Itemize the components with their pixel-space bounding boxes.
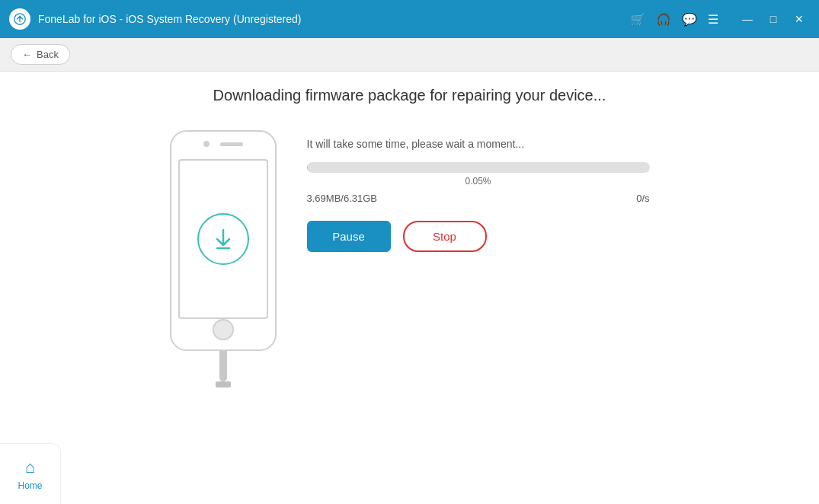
phone-mic [220,142,243,146]
close-button[interactable]: ✕ [789,8,810,30]
speed-label: 0/s [636,193,649,204]
right-panel: It will take some time, please wait a mo… [307,130,650,252]
maximize-button[interactable]: □ [763,8,784,30]
titlebar-controls: 🛒 🎧 💬 ☰ — □ ✕ [630,8,810,30]
stop-button[interactable]: Stop [403,221,487,252]
toolbar: ← Back [0,38,819,72]
buttons-row: Pause Stop [307,221,650,252]
home-label: Home [18,480,42,491]
app-title: FoneLab for iOS - iOS System Recovery (U… [38,13,301,25]
titlebar-left: FoneLab for iOS - iOS System Recovery (U… [9,8,301,30]
minimize-button[interactable]: — [737,8,758,30]
back-label: Back [37,49,59,60]
download-circle [197,213,249,265]
phone-speaker [203,141,210,147]
home-nav[interactable]: ⌂ Home [0,443,61,504]
phone-illustration [170,130,277,388]
titlebar: FoneLab for iOS - iOS System Recovery (U… [0,0,819,38]
menu-icon[interactable]: ☰ [708,12,718,27]
phone-top-bar [203,141,243,147]
progress-container: 0.05% [307,162,650,187]
phone-cable [219,351,227,381]
pause-button[interactable]: Pause [307,221,391,252]
app-icon [9,8,30,30]
progress-track [307,162,650,173]
back-button[interactable]: ← Back [11,44,70,65]
phone-connector [216,381,231,388]
phone-home-button [213,319,234,340]
chat-icon[interactable]: 💬 [682,12,697,27]
home-icon: ⌂ [25,458,35,477]
wait-message: It will take some time, please wait a mo… [307,138,650,150]
content-area: It will take some time, please wait a mo… [170,130,650,388]
window-controls: — □ ✕ [737,8,810,30]
cart-icon[interactable]: 🛒 [630,12,645,27]
phone-screen [178,159,268,319]
main-content: Downloading firmware package for repairi… [0,72,819,504]
back-arrow-icon: ← [22,49,32,60]
stats-row: 3.69MB/6.31GB 0/s [307,193,650,204]
phone [170,130,277,351]
file-size-label: 3.69MB/6.31GB [307,193,378,204]
page-title: Downloading firmware package for repairi… [213,87,606,104]
progress-label: 0.05% [307,176,650,187]
headset-icon[interactable]: 🎧 [656,12,671,27]
